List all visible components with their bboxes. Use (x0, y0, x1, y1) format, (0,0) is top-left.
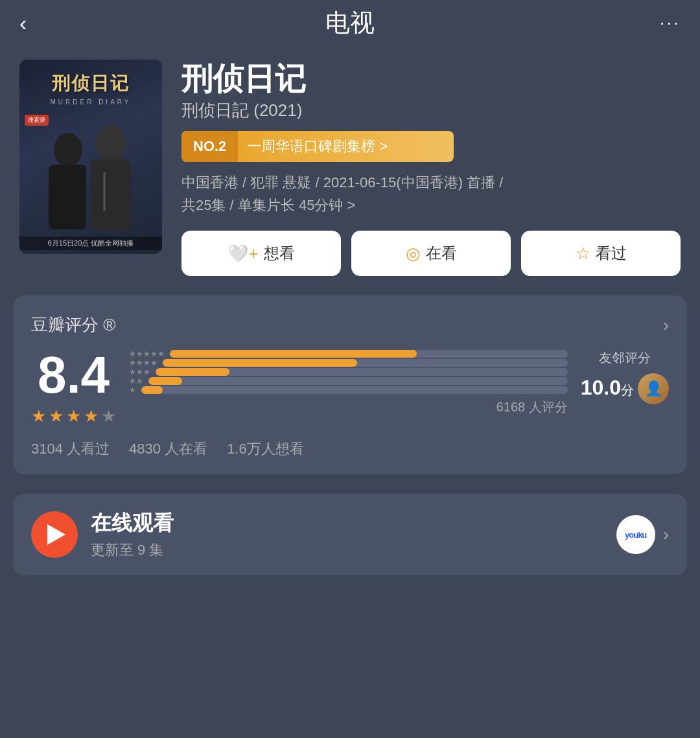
header: ‹ 电视 ··· (0, 0, 700, 40)
bar-label-5: ★★★★★ (129, 349, 165, 358)
bar-track-4 (163, 359, 568, 367)
star-5-half: ★ (101, 406, 116, 426)
show-details: 刑侦日记 刑侦日記 (2021) NO.2 一周华语口碑剧集榜 > 中国香港 /… (181, 60, 681, 276)
bar-row-4: ★★★★ (129, 358, 568, 367)
show-poster: 刑侦日记 MURDER DIARY 搜索袭 6月15日20点 优酷全网独播 (19, 60, 162, 254)
rating-header: 豆瓣评分 ® › (31, 314, 669, 336)
heart-plus-icon: 🤍+ (228, 244, 258, 264)
svg-point-2 (95, 125, 126, 161)
star-icon: ☆ (576, 244, 590, 264)
bar-label-1: ★ (129, 386, 136, 395)
poster-figures-svg (19, 114, 162, 231)
play-icon (47, 524, 65, 545)
stat-want: 1.6万人想看 (227, 439, 304, 459)
svg-rect-3 (91, 159, 131, 231)
rating-body: 8.4 ★ ★ ★ ★ ★ ★★★★★ ★★★★ (31, 349, 669, 426)
svg-point-0 (54, 133, 82, 167)
youku-text: youku (625, 530, 646, 540)
show-title-main: 刑侦日记 (181, 62, 681, 97)
bar-track-3 (156, 368, 568, 376)
bar-fill-4 (163, 359, 357, 367)
stat-watching: 4830 人在看 (129, 439, 207, 459)
action-buttons: 🤍+ 想看 ◎ 在看 ☆ 看过 (181, 231, 681, 276)
watching-label: 在看 (426, 243, 457, 264)
play-button[interactable] (31, 511, 78, 558)
neighbor-value: 10.0分 (581, 376, 634, 400)
bar-label-4: ★★★★ (129, 358, 158, 367)
stat-watched: 3104 人看过 (31, 439, 110, 459)
youku-logo: youku (616, 515, 655, 554)
poster-title: 刑侦日记 (45, 60, 136, 96)
ranking-text: 一周华语口碑剧集榜 > (238, 137, 454, 156)
rating-score: 8.4 (38, 349, 110, 401)
rating-score-block: 8.4 ★ ★ ★ ★ ★ (31, 349, 116, 426)
watched-label: 看过 (596, 243, 627, 264)
star-2: ★ (49, 406, 64, 426)
show-meta: 中国香港 / 犯罪 悬疑 / 2021-06-15(中国香港) 首播 / 共25… (181, 171, 681, 216)
rating-section: 豆瓣评分 ® › 8.4 ★ ★ ★ ★ ★ ★★★★★ (13, 295, 687, 474)
online-text: 在线观看 更新至 9 集 (91, 509, 603, 560)
rating-count: 6168 人评分 (129, 398, 568, 416)
bar-fill-5 (170, 350, 417, 358)
neighbor-label: 友邻评分 (599, 349, 651, 367)
bar-track-2 (148, 377, 568, 385)
more-button[interactable]: ··· (660, 12, 681, 33)
star-4: ★ (84, 406, 99, 426)
meta-line2[interactable]: 共25集 / 单集片长 45分钟 > (181, 194, 681, 216)
star-3: ★ (66, 406, 81, 426)
rating-chevron-icon[interactable]: › (663, 315, 669, 336)
rating-label: 豆瓣评分 ® (31, 314, 115, 336)
bar-fill-1 (141, 386, 163, 394)
want-label: 想看 (264, 243, 295, 264)
bar-label-3: ★★★ (129, 367, 150, 376)
bar-fill-3 (156, 368, 229, 376)
stats-row: 3104 人看过 4830 人在看 1.6万人想看 (31, 439, 669, 459)
want-to-watch-button[interactable]: 🤍+ 想看 (181, 231, 341, 276)
bar-row-5: ★★★★★ (129, 349, 568, 358)
watching-button[interactable]: ◎ 在看 (351, 231, 511, 276)
back-button[interactable]: ‹ (19, 12, 27, 34)
poster-subtitle: MURDER DIARY (50, 98, 131, 106)
bar-fill-2 (148, 377, 182, 385)
eye-icon: ◎ (406, 244, 421, 264)
bar-track-1 (141, 386, 568, 394)
ranking-badge[interactable]: NO.2 一周华语口碑剧集榜 > (181, 131, 454, 162)
online-subtitle: 更新至 9 集 (91, 540, 603, 560)
meta-line1: 中国香港 / 犯罪 悬疑 / 2021-06-15(中国香港) 首播 / (181, 171, 681, 194)
show-title-sub: 刑侦日記 (2021) (181, 99, 681, 122)
star-1: ★ (31, 406, 46, 426)
ranking-number: NO.2 (181, 131, 238, 162)
svg-rect-1 (49, 165, 86, 229)
watched-button[interactable]: ☆ 看过 (521, 231, 681, 276)
bar-row-3: ★★★ (129, 367, 568, 376)
neighbor-row: 10.0分 👤 (581, 371, 669, 404)
page-title: 电视 (325, 6, 375, 40)
bar-label-2: ★★ (129, 376, 143, 386)
online-right: youku › (616, 515, 669, 554)
stars-row: ★ ★ ★ ★ ★ (31, 406, 116, 426)
neighbor-score-block: 友邻评分 10.0分 👤 (581, 349, 669, 404)
online-section[interactable]: 在线观看 更新至 9 集 youku › (13, 494, 687, 575)
poster-bottom-text: 6月15日20点 优酷全网独播 (19, 236, 162, 250)
online-chevron-icon[interactable]: › (663, 524, 669, 545)
bar-row-1: ★ (129, 386, 568, 395)
online-title: 在线观看 (91, 509, 603, 538)
neighbor-avatar: 👤 (638, 373, 669, 404)
bar-track-5 (170, 350, 568, 358)
bar-row-2: ★★ (129, 376, 568, 386)
show-info: 刑侦日记 MURDER DIARY 搜索袭 6月15日20点 优酷全网独播 (0, 40, 700, 295)
